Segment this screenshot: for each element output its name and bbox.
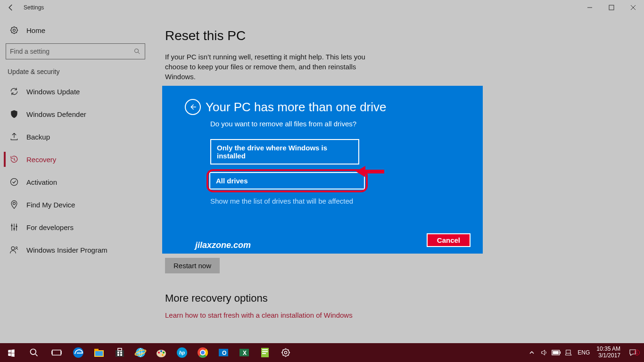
taskbar-app-excel[interactable]: X <box>234 343 255 362</box>
close-button[interactable] <box>622 0 644 15</box>
svg-point-4 <box>135 49 139 53</box>
svg-rect-20 <box>116 350 124 357</box>
option-only-windows-drive[interactable]: Only the drive where Windows is installe… <box>210 139 359 165</box>
option-all-drives[interactable]: All drives <box>209 172 365 189</box>
taskbar-app-ie[interactable] <box>130 343 151 362</box>
chevron-up-icon <box>529 350 535 355</box>
svg-rect-46 <box>262 351 268 352</box>
taskbar-app-hp[interactable]: hp <box>172 343 192 362</box>
svg-rect-1 <box>609 5 614 10</box>
sidebar-item-label: Backup <box>26 133 50 141</box>
clean-install-link[interactable]: Learn how to start fresh with a clean in… <box>165 311 353 319</box>
sidebar-item-windows-update[interactable]: Windows Update <box>4 80 147 103</box>
tray-time: 10:35 AM <box>596 346 620 353</box>
show-drives-link[interactable]: Show me the list of drives that will be … <box>210 197 467 205</box>
notification-badge: 1 <box>634 350 640 355</box>
svg-point-30 <box>160 350 162 352</box>
sidebar-item-label: Find My Device <box>26 201 75 209</box>
sidebar: Home Find a setting Update & security Wi… <box>0 15 151 362</box>
svg-point-3 <box>13 29 16 32</box>
maximize-button[interactable] <box>601 0 622 15</box>
action-center-button[interactable]: 1 <box>624 348 641 357</box>
svg-rect-51 <box>560 352 561 354</box>
sidebar-item-label: Activation <box>26 178 57 186</box>
search-icon <box>29 348 39 357</box>
svg-point-32 <box>162 354 164 356</box>
svg-rect-23 <box>120 352 122 354</box>
sidebar-item-recovery[interactable]: Recovery <box>4 148 147 171</box>
svg-text:hp: hp <box>179 350 185 355</box>
tray-volume[interactable] <box>538 343 550 362</box>
svg-rect-52 <box>553 351 559 354</box>
reset-description: If your PC isn’t running well, resetting… <box>165 52 368 82</box>
sidebar-item-windows-defender[interactable]: Windows Defender <box>4 103 147 125</box>
svg-text:X: X <box>243 350 247 356</box>
start-button[interactable] <box>0 343 23 362</box>
restart-now-button[interactable]: Restart now <box>165 258 220 273</box>
dialog-back-button[interactable] <box>185 99 201 115</box>
taskbar-app-settings[interactable] <box>275 343 296 362</box>
sidebar-item-label: Windows Insider Program <box>26 246 107 254</box>
svg-rect-19 <box>95 351 103 356</box>
taskbar-app-paint[interactable] <box>151 343 172 362</box>
sidebar-category: Update & security <box>4 68 147 80</box>
svg-rect-13 <box>52 350 61 355</box>
tray-chevron[interactable] <box>526 343 538 362</box>
hp-icon: hp <box>176 346 188 359</box>
sidebar-item-insider[interactable]: Windows Insider Program <box>4 239 147 261</box>
back-button[interactable] <box>0 0 22 15</box>
search-placeholder: Find a setting <box>10 48 133 55</box>
annotation-arrow-icon <box>354 162 387 181</box>
search-input[interactable]: Find a setting <box>6 43 145 59</box>
tray-date: 3/1/2017 <box>596 353 620 359</box>
svg-point-11 <box>16 247 17 248</box>
svg-rect-45 <box>262 349 268 350</box>
cancel-button[interactable]: Cancel <box>427 233 471 247</box>
taskbar-app-explorer[interactable] <box>89 343 109 362</box>
svg-rect-14 <box>51 351 52 354</box>
svg-point-31 <box>163 352 165 354</box>
tray-language[interactable]: ENG <box>578 349 590 356</box>
taskbar-app-edge[interactable] <box>68 343 89 362</box>
backup-icon <box>9 132 19 141</box>
sidebar-item-find-my-device[interactable]: Find My Device <box>4 193 147 216</box>
ie-icon <box>134 346 147 359</box>
svg-point-7 <box>11 225 12 226</box>
store-icon <box>114 346 126 359</box>
svg-rect-24 <box>117 354 119 356</box>
windows-icon <box>7 348 16 357</box>
tray-network[interactable] <box>562 343 575 362</box>
taskbar-app-outlook[interactable]: O <box>213 343 234 362</box>
edge-icon <box>72 346 84 359</box>
taskbar-app-chrome[interactable] <box>192 343 213 362</box>
sliders-icon <box>9 222 19 232</box>
svg-point-5 <box>11 179 18 186</box>
location-icon <box>9 200 19 209</box>
sidebar-home-label: Home <box>26 26 45 34</box>
sidebar-home[interactable]: Home <box>4 21 147 40</box>
reset-dialog: Your PC has more than one drive Do you w… <box>162 86 483 254</box>
reset-heading: Reset this PC <box>165 28 630 43</box>
watermark: jilaxzone.com <box>195 240 251 250</box>
refresh-icon <box>9 87 19 96</box>
svg-point-8 <box>13 228 15 230</box>
volume-icon <box>540 349 548 356</box>
titlebar: Settings <box>0 0 644 15</box>
task-view-icon <box>51 348 62 357</box>
svg-rect-21 <box>118 348 122 351</box>
task-view-button[interactable] <box>45 343 68 362</box>
minimize-button[interactable] <box>579 0 601 15</box>
taskbar-app-store[interactable] <box>109 343 130 362</box>
taskbar-search[interactable] <box>23 343 45 362</box>
check-circle-icon <box>9 177 19 187</box>
taskbar-app-notepadpp[interactable] <box>255 343 275 362</box>
sidebar-item-for-developers[interactable]: For developers <box>4 216 147 239</box>
svg-point-29 <box>158 352 160 354</box>
sidebar-item-label: For developers <box>26 223 74 231</box>
tray-battery[interactable] <box>550 343 562 362</box>
tray-clock[interactable]: 10:35 AM 3/1/2017 <box>593 346 624 359</box>
network-icon <box>565 349 572 356</box>
sidebar-item-backup[interactable]: Backup <box>4 125 147 148</box>
sidebar-item-activation[interactable]: Activation <box>4 171 147 193</box>
sidebar-item-label: Windows Update <box>26 88 80 96</box>
